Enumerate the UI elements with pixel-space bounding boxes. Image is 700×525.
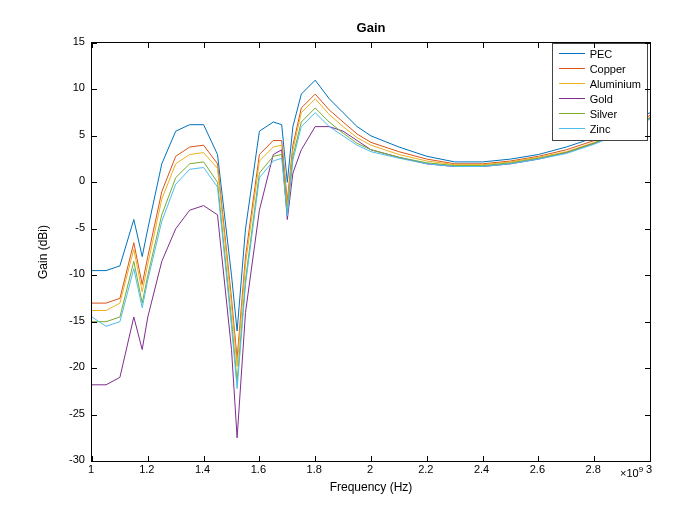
x-tick-label: 2.4 (462, 463, 502, 475)
y-tick-label: -15 (55, 314, 85, 326)
legend-swatch (559, 83, 585, 84)
legend-swatch (559, 98, 585, 99)
y-tick-mark (92, 182, 97, 183)
y-tick-mark (645, 275, 650, 276)
legend-item-silver: Silver (559, 106, 641, 121)
plot-axes: PECCopperAluminiumGoldSilverZinc (91, 42, 651, 462)
y-tick-mark (645, 182, 650, 183)
legend-label: Gold (590, 93, 613, 105)
x-tick-mark (594, 43, 595, 48)
x-tick-label: 1.4 (183, 463, 223, 475)
x-tick-label: 2.2 (406, 463, 446, 475)
y-tick-mark (645, 136, 650, 137)
legend-swatch (559, 113, 585, 114)
legend-item-copper: Copper (559, 61, 641, 76)
chart-title: Gain (91, 20, 651, 35)
y-tick-label: 0 (55, 174, 85, 186)
x-tick-mark (483, 43, 484, 48)
figure-window: Gain Gain (dBi) PECCopperAluminiumGoldSi… (0, 0, 700, 525)
legend-item-gold: Gold (559, 91, 641, 106)
legend-label: Silver (590, 108, 618, 120)
x-tick-label: 2.8 (573, 463, 613, 475)
y-tick-label: -25 (55, 407, 85, 419)
x-tick-mark (259, 43, 260, 48)
x-tick-mark (148, 456, 149, 461)
legend-item-zinc: Zinc (559, 121, 641, 136)
y-tick-mark (92, 415, 97, 416)
x-tick-mark (315, 43, 316, 48)
x-tick-mark (427, 43, 428, 48)
y-tick-mark (645, 89, 650, 90)
legend-swatch (559, 128, 585, 129)
y-tick-mark (645, 461, 650, 462)
x-tick-mark (483, 456, 484, 461)
x-tick-label: 1.6 (238, 463, 278, 475)
x-tick-mark (538, 43, 539, 48)
x-axis-label: Frequency (Hz) (91, 480, 651, 494)
series-zinc (92, 113, 650, 389)
y-tick-label: -10 (55, 267, 85, 279)
series-silver (92, 108, 650, 382)
legend-label: Zinc (590, 123, 611, 135)
y-tick-mark (92, 368, 97, 369)
x-tick-mark (594, 456, 595, 461)
y-tick-mark (92, 322, 97, 323)
y-tick-label: -5 (55, 221, 85, 233)
legend-label: PEC (590, 48, 613, 60)
x-tick-label: 2 (350, 463, 390, 475)
y-tick-label: -30 (55, 453, 85, 465)
x-tick-mark (204, 43, 205, 48)
y-tick-mark (92, 43, 97, 44)
x-tick-mark (371, 43, 372, 48)
legend-label: Aluminium (590, 78, 641, 90)
y-tick-mark (645, 322, 650, 323)
y-tick-mark (92, 89, 97, 90)
legend-label: Copper (590, 63, 626, 75)
y-tick-label: 5 (55, 128, 85, 140)
x-tick-mark (371, 456, 372, 461)
x-tick-label: 1.2 (127, 463, 167, 475)
legend-item-pec: PEC (559, 46, 641, 61)
y-tick-mark (645, 415, 650, 416)
legend: PECCopperAluminiumGoldSilverZinc (552, 43, 648, 141)
x-tick-mark (315, 456, 316, 461)
y-tick-label: -20 (55, 360, 85, 372)
x-tick-mark (650, 456, 651, 461)
x-tick-label: 1.8 (294, 463, 334, 475)
legend-swatch (559, 68, 585, 69)
y-tick-mark (645, 229, 650, 230)
y-tick-label: 10 (55, 81, 85, 93)
x-tick-mark (204, 456, 205, 461)
y-tick-mark (645, 43, 650, 44)
y-tick-mark (92, 275, 97, 276)
x-tick-mark (259, 456, 260, 461)
legend-item-aluminium: Aluminium (559, 76, 641, 91)
y-axis-label: Gain (dBi) (35, 42, 51, 462)
legend-swatch (559, 53, 585, 54)
x-tick-mark (538, 456, 539, 461)
y-tick-mark (645, 368, 650, 369)
x-axis-exponent: ×109 (620, 465, 643, 479)
series-gold (92, 118, 650, 438)
y-tick-label: 15 (55, 35, 85, 47)
x-tick-mark (650, 43, 651, 48)
x-tick-mark (148, 43, 149, 48)
x-tick-label: 2.6 (517, 463, 557, 475)
y-tick-mark (92, 229, 97, 230)
y-tick-mark (92, 136, 97, 137)
x-tick-mark (427, 456, 428, 461)
y-tick-mark (92, 461, 97, 462)
